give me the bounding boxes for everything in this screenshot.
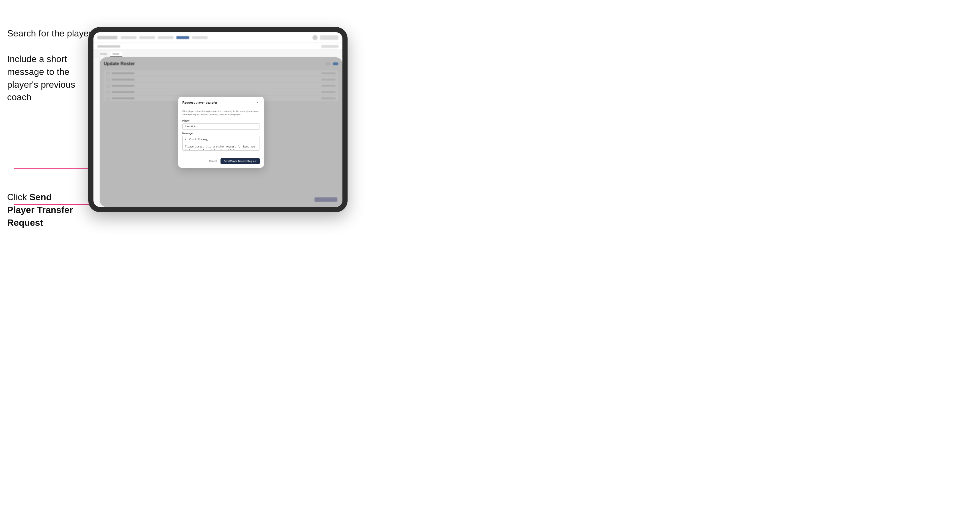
- send-transfer-request-button[interactable]: Send Player Transfer Request: [221, 158, 260, 164]
- modal-dialog: Request player transfer × If the player …: [178, 97, 264, 168]
- annotation-click: Click Send Player Transfer Request: [7, 191, 81, 229]
- message-textarea[interactable]: Hi Coach McHarg, Please accept this tran…: [182, 136, 260, 151]
- app-nav: [121, 36, 312, 39]
- annotation-search: Search for the player.: [7, 27, 94, 40]
- modal-body: If the player is transferring from anoth…: [178, 107, 264, 158]
- modal-description: If the player is transferring from anoth…: [182, 110, 260, 116]
- main-content: Update Roster: [100, 57, 342, 207]
- arrow-line-click-vertical-start: [14, 191, 14, 205]
- app-content: Update Roster: [94, 57, 342, 207]
- app-logo: [97, 36, 118, 39]
- header-right: [312, 35, 339, 40]
- subnav-right-action: [321, 45, 339, 48]
- modal-header: Request player transfer ×: [178, 97, 264, 107]
- nav-item-1: [121, 36, 137, 39]
- arrow-line-message-vertical: [14, 111, 14, 168]
- tab-active: Roster: [110, 52, 123, 57]
- modal-title: Request player transfer: [182, 101, 217, 104]
- app-subnav: [94, 43, 342, 50]
- modal-overlay: Request player transfer × If the player …: [100, 57, 342, 207]
- annotation-message: Include a short message to the player's …: [7, 53, 87, 104]
- app-tabs: Roster Roster: [94, 50, 342, 57]
- nav-item-3: [158, 36, 173, 39]
- annotation-click-prefix: Click: [7, 192, 29, 202]
- ipad-screen: Roster Roster Update Roster: [94, 32, 342, 207]
- app-header: [94, 32, 342, 43]
- modal-footer: Cancel Send Player Transfer Request: [178, 158, 264, 168]
- app-sidebar: [94, 57, 100, 207]
- nav-item-5: [192, 36, 208, 39]
- ipad-device: Roster Roster Update Roster: [88, 27, 348, 212]
- message-field-label: Message: [182, 132, 260, 135]
- player-field-label: Player: [182, 119, 260, 122]
- nav-item-2: [139, 36, 155, 39]
- tab-roster: Roster: [97, 52, 110, 57]
- header-avatar: [312, 35, 318, 40]
- player-input[interactable]: [182, 123, 260, 130]
- modal-close-button[interactable]: ×: [255, 100, 260, 105]
- cancel-button[interactable]: Cancel: [207, 159, 218, 164]
- subnav-breadcrumb: [97, 45, 120, 48]
- nav-item-4-active: [177, 36, 189, 39]
- header-btn: [320, 35, 339, 40]
